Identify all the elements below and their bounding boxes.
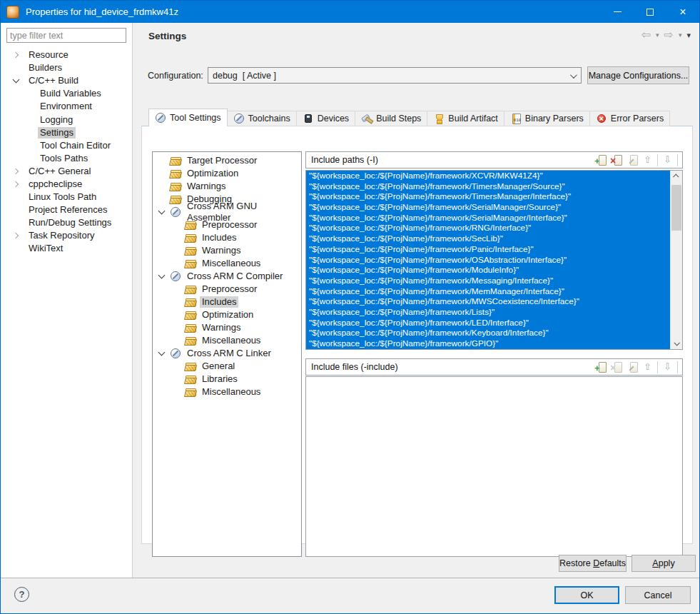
tree-expander-icon[interactable] [158,275,170,278]
include-path-item[interactable]: "${workspace_loc:/${ProjName}/framework/… [306,255,670,266]
forward-history-caret-icon[interactable]: ▾ [679,31,682,39]
filter-input[interactable] [6,28,126,43]
delete-icon[interactable] [610,361,623,373]
sidebar-tree-item[interactable]: Linux Tools Path [1,191,132,203]
include-path-item[interactable]: "${workspace_loc:/${ProjName}/framework/… [306,328,670,338]
delete-icon[interactable] [610,154,623,166]
tool-tree-item[interactable]: Warnings [153,244,301,257]
tool-tree-item[interactable]: Cross ARM C Linker [153,347,301,360]
edit-icon[interactable] [626,154,639,166]
tree-expander-icon[interactable] [12,53,26,57]
tab-label: Build Artifact [448,114,497,124]
sidebar-tree-item[interactable]: Build Variables [1,87,132,100]
tab-binary-parsers[interactable]: Binary Parsers [504,111,590,126]
tool-tree-item[interactable]: Warnings [153,321,301,334]
tab-error-parsers[interactable]: Error Parsers [590,111,670,126]
sidebar-tree-item[interactable]: WikiText [1,242,132,255]
move-down-icon[interactable] [661,361,678,373]
sidebar-tree-item[interactable]: Tools Paths [1,152,132,165]
vertical-scrollbar[interactable] [670,171,682,349]
sidebar-tree-item[interactable]: Project References [1,203,132,216]
tool-tree-item[interactable]: Libraries [153,373,301,386]
add-icon[interactable] [594,154,607,166]
tree-expander-icon[interactable] [12,169,26,173]
include-path-item[interactable]: "${workspace_loc:/${ProjName}/framework/… [306,233,670,244]
tab-toolchains[interactable]: Toolchains [228,111,297,126]
include-path-item[interactable]: "${workspace_loc:/${ProjName}/framework/… [306,213,670,223]
tool-tree-item[interactable]: Miscellaneous [153,257,301,270]
apply-label-key: A [652,558,658,568]
back-arrow-icon[interactable]: ⇦ [641,29,651,41]
tree-expander-icon[interactable] [158,352,170,355]
tree-expander-icon[interactable] [12,233,26,238]
include-path-item[interactable]: "${workspace_loc:/${ProjName}/framework/… [306,191,670,202]
tab-tool-settings[interactable]: Tool Settings [148,109,228,126]
tab-build-artifact[interactable]: Build Artifact [427,111,504,126]
sidebar-tree-item[interactable]: Task Repository [1,229,132,242]
include-path-item[interactable]: "${workspace_loc:/${ProjName}/framework/… [306,276,670,286]
forward-arrow-icon[interactable]: ⇨ [664,29,674,41]
sidebar-tree-item[interactable]: C/C++ Build [1,74,132,87]
include-path-item[interactable]: "${workspace_loc:/${ProjName}/framework/… [306,338,670,349]
configuration-dropdown[interactable]: debug [ Active ] [208,67,582,84]
move-up-icon[interactable] [641,154,658,166]
tool-tree-item[interactable]: Includes [153,231,301,244]
cancel-button[interactable]: Cancel [625,586,691,604]
maximize-button[interactable] [634,1,666,23]
tool-tree-item[interactable]: Cross ARM C Compiler [153,270,301,283]
sidebar-tree-item[interactable]: Resource [1,49,132,61]
include-path-item[interactable]: "${workspace_loc:/${ProjName}/framework/… [306,171,670,181]
tab-devices[interactable]: Devices [297,111,355,126]
manage-configurations-button[interactable]: Manage Configurations... [587,66,689,84]
tool-tree-item[interactable]: Optimization [153,308,301,321]
edit-icon[interactable] [626,361,639,373]
sidebar-tree-item[interactable]: Builders [1,61,132,74]
tool-tree-item[interactable]: Cross ARM GNU Assembler [153,206,301,218]
tool-tree-item[interactable]: Optimization [153,167,301,180]
sidebar-tree-item[interactable]: C/C++ General [1,165,132,178]
sidebar-tree-item[interactable]: Settings [1,126,132,139]
include-path-item[interactable]: "${workspace_loc:/${ProjName}/framework/… [306,318,670,328]
tree-expander-icon[interactable] [12,182,26,186]
tool-tree-item-icon [185,232,196,243]
include-path-item[interactable]: "${workspace_loc:/${ProjName}/framework/… [306,223,670,233]
scroll-down-icon[interactable] [671,338,682,349]
include-path-item[interactable]: "${workspace_loc:/${ProjName}/framework/… [306,307,670,318]
tool-tree-item[interactable]: Miscellaneous [153,334,301,347]
tool-tree-item[interactable]: Warnings [153,180,301,193]
tool-tree-item[interactable]: Target Processor [153,154,301,167]
include-path-item[interactable]: "${workspace_loc:/${ProjName}/framework/… [306,202,670,213]
view-menu-caret-icon[interactable]: ▾ [686,31,691,40]
include-path-item[interactable]: "${workspace_loc:/${ProjName}/framework/… [306,181,670,192]
include-path-item[interactable]: "${workspace_loc:/${ProjName}/framework/… [306,296,670,307]
tool-tree-item[interactable]: General [153,360,301,373]
move-up-icon[interactable] [641,361,658,373]
back-history-caret-icon[interactable]: ▾ [656,31,659,39]
sidebar-tree-item[interactable]: Environment [1,100,132,113]
add-icon[interactable] [594,361,607,373]
include-path-item[interactable]: "${workspace_loc:/${ProjName}/framework/… [306,244,670,255]
include-path-item[interactable]: "${workspace_loc:/${ProjName}/framework/… [306,265,670,276]
tree-expander-icon[interactable] [158,211,170,213]
close-button[interactable]: × [666,1,699,23]
include-files-list[interactable] [305,376,683,557]
tool-tree-item[interactable]: Miscellaneous [153,386,301,398]
scroll-up-icon[interactable] [671,171,682,182]
sidebar-tree-item[interactable]: Run/Debug Settings [1,216,132,229]
tool-tree-item[interactable]: Preprocessor [153,283,301,296]
restore-defaults-button[interactable]: Restore Defaults [559,555,627,572]
tab-build-steps[interactable]: Build Steps [355,111,427,126]
sidebar-item-label: Task Repository [26,230,96,241]
sidebar-tree-item[interactable]: cppcheclipse [1,178,132,191]
sidebar-tree-item[interactable]: Logging [1,113,132,126]
help-icon[interactable]: ? [14,587,29,602]
move-down-icon[interactable] [661,154,678,166]
tool-tree-item[interactable]: Includes [153,296,301,308]
tree-expander-icon[interactable] [12,79,26,82]
ok-button[interactable]: OK [554,586,619,604]
apply-button[interactable]: Apply [631,555,696,572]
scrollbar-thumb[interactable] [671,185,681,231]
sidebar-tree-item[interactable]: Tool Chain Editor [1,139,132,152]
minimize-button[interactable] [601,1,634,23]
include-path-item[interactable]: "${workspace_loc:/${ProjName}/framework/… [306,286,670,297]
